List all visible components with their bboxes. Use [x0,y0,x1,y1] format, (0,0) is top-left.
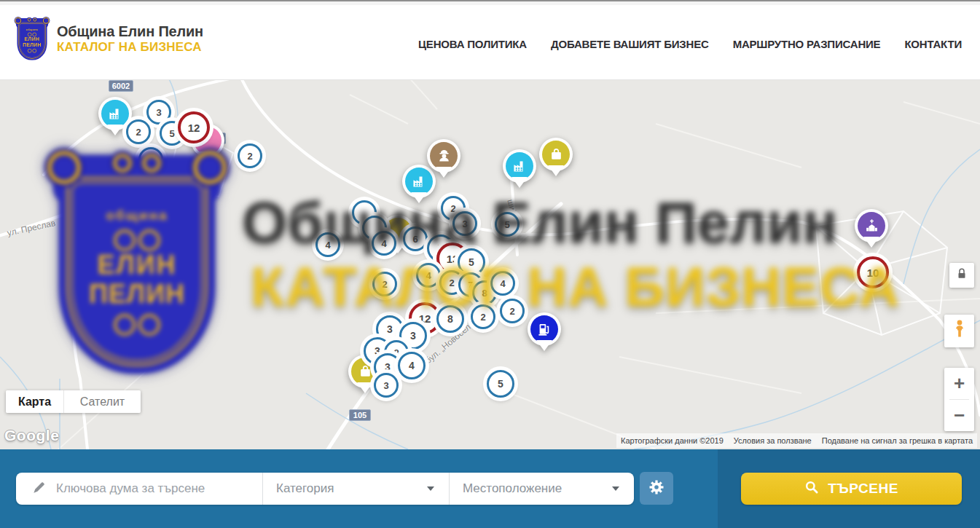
site-header: община ЕЛИН ПЕЛИН Община Елин Пелин КАТА… [0,0,980,80]
road-number-badge: 105 [349,409,371,421]
map-type-map-button[interactable]: Карта [6,390,64,413]
factory-icon [506,152,533,180]
keyword-search-input[interactable] [56,481,262,496]
lock-icon [955,267,968,283]
fuel-icon [530,315,558,343]
crest-name-line2: ПЕЛИН [17,42,47,48]
google-map[interactable]: 3251222235446713524278422128333834351060… [0,80,980,449]
map-cluster-marker[interactable]: 12 [178,111,210,143]
nav-item-pricing[interactable]: ЦЕНОВА ПОЛИТИКА [418,38,527,50]
advanced-settings-button[interactable] [640,472,673,505]
map-cluster-marker[interactable]: 2 [372,272,397,296]
map-cluster-marker[interactable]: 2 [500,299,525,323]
category-select-label: Категория [276,481,334,496]
main-nav: ЦЕНОВА ПОЛИТИКА ДОБАВЕТЕ ВАШИЯТ БИЗНЕС М… [418,38,962,50]
factory-icon [101,100,129,127]
map-cluster-marker[interactable]: 2 [471,304,495,329]
map-cluster-marker[interactable]: 5 [487,370,514,398]
map-category-pin[interactable] [855,209,888,243]
terms-of-use-link[interactable]: Условия за ползване [734,436,812,445]
map-cluster-marker[interactable]: 3 [452,211,477,236]
crest-org-text: община [17,28,47,31]
nav-item-add-business[interactable]: ДОБАВЕТЕ ВАШИЯТ БИЗНЕС [551,38,709,50]
map-category-pin[interactable] [539,138,573,171]
zoom-out-button[interactable]: − [944,400,974,431]
pegman-icon [952,319,968,344]
worker-icon [430,142,458,170]
zoom-control: + − [944,368,974,431]
map-cluster-marker[interactable]: 5 [495,212,520,237]
map-category-pin[interactable] [528,312,561,346]
church-icon [858,212,885,240]
map-cluster-marker[interactable]: 2 [126,119,151,144]
search-bar: Категория Местоположение [0,449,980,528]
map-type-satellite-button[interactable]: Сателит [64,390,141,413]
nav-item-contacts[interactable]: КОНТАКТИ [904,38,962,50]
map-data-copyright: Картографски данни ©2019 [621,436,724,445]
pencil-icon [32,481,46,497]
map-cluster-marker[interactable]: 2 [138,147,163,172]
map-cluster-marker[interactable]: 4 [372,231,396,256]
google-logo[interactable]: Google [4,427,59,444]
category-select[interactable]: Категория [263,473,449,505]
app-root: община ЕЛИН ПЕЛИН Община Елин Пелин КАТА… [0,0,980,528]
map-cluster-marker[interactable]: 4 [490,271,515,296]
map-cluster-marker[interactable]: 6 [403,226,428,251]
nav-item-transport-schedule[interactable]: МАРШРУТНО РАЗПИСАНИЕ [733,38,881,50]
street-view-pegman-button[interactable] [944,315,974,347]
site-logo-link[interactable]: община ЕЛИН ПЕЛИН Община Елин Пелин КАТА… [15,18,175,65]
road-number-badge: 6002 [109,80,133,92]
report-map-error-link[interactable]: Подаване на сигнал за грешка в картата [822,436,973,445]
map-cluster-marker[interactable]: 10 [857,256,889,288]
search-button-label: ТЪРСЕНЕ [828,481,898,497]
map-attribution: Картографски данни ©2019 Условия за полз… [616,433,977,448]
search-button[interactable]: ТЪРСЕНЕ [741,473,962,505]
map-category-pin[interactable] [503,149,536,183]
location-select[interactable]: Местоположение [450,473,634,505]
window-top-strip [0,1,980,5]
shopping-bag-icon [542,141,570,168]
location-select-label: Местоположение [463,481,562,496]
map-cluster-marker[interactable]: 8 [436,305,464,333]
chevron-down-icon [427,486,434,491]
municipal-crest-logo: община ЕЛИН ПЕЛИН [15,18,50,60]
map-type-control: Карта Сателит [6,390,141,413]
site-subtitle: КАТАЛОГ НА БИЗНЕСА [57,40,202,55]
map-cluster-marker[interactable]: 4 [416,263,441,288]
keyword-field-wrap [16,473,262,505]
crest-flourish [26,48,39,52]
factory-icon [405,168,433,195]
search-fields-group: Категория Местоположение [16,473,634,505]
map-category-pin[interactable] [402,165,436,198]
search-icon [804,480,819,498]
lock-button[interactable] [949,263,974,288]
map-cluster-marker[interactable]: 4 [398,352,426,379]
gear-icon [648,478,665,498]
crest-flourish [26,32,39,36]
map-cluster-marker[interactable]: 4 [315,232,340,257]
map-category-pin[interactable] [427,139,460,173]
map-cluster-marker[interactable]: 2 [238,143,262,168]
site-title: Община Елин Пелин [57,23,203,40]
chevron-down-icon [612,486,619,491]
map-cluster-marker[interactable]: 3 [374,373,399,398]
zoom-in-button[interactable]: + [944,368,974,399]
